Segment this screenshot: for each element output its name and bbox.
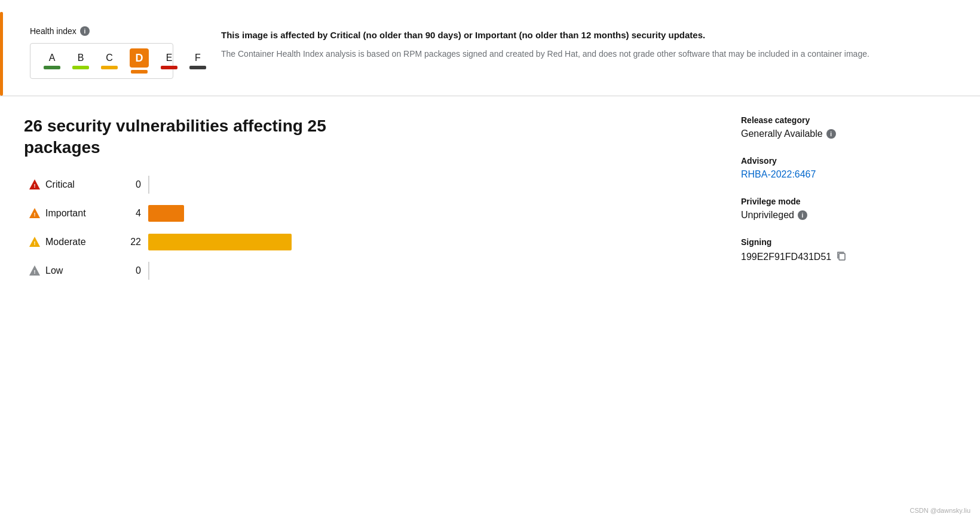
moderate-bar-track (148, 233, 705, 251)
health-description: The Container Health Index analysis is b… (221, 47, 956, 60)
low-icon: ! (24, 264, 45, 277)
low-count: 0 (117, 265, 141, 276)
vuln-title: 26 security vulnerabilities affecting 25… (24, 115, 335, 159)
advisory-label: Advisory (741, 156, 956, 166)
orange-accent-bar (0, 12, 3, 96)
critical-divider (148, 176, 149, 194)
grade-c: C (95, 53, 124, 69)
low-divider (148, 262, 149, 280)
grade-f: F (183, 53, 212, 69)
health-title: This image is affected by Critical (no o… (221, 29, 956, 42)
privilege-mode-text: Unprivileged (741, 210, 794, 221)
health-description-panel: This image is affected by Critical (no o… (221, 26, 956, 60)
svg-text:!: ! (34, 183, 36, 189)
health-section-wrapper: Health index i A B C (0, 12, 980, 96)
critical-icon: ! (24, 178, 45, 191)
important-icon: ! (24, 207, 45, 220)
critical-label: Critical (45, 179, 117, 190)
moderate-icon: ! (24, 235, 45, 249)
release-category-label: Release category (741, 115, 956, 125)
grade-a-letter: A (49, 53, 56, 63)
privilege-mode-value: Unprivileged i (741, 210, 956, 221)
vuln-row-critical: ! Critical 0 (24, 176, 705, 194)
critical-bar-track (148, 176, 705, 194)
privilege-mode-section: Privilege mode Unprivileged i (741, 197, 956, 221)
grade-e-letter: E (166, 53, 173, 63)
health-index-info-icon[interactable]: i (80, 26, 90, 36)
important-label: Important (45, 208, 117, 219)
grade-c-letter: C (106, 53, 113, 63)
svg-text:!: ! (34, 212, 36, 218)
low-label: Low (45, 265, 117, 276)
grade-b-bar (72, 66, 89, 69)
page-container: Health index i A B C (0, 0, 980, 520)
svg-text:!: ! (34, 269, 36, 275)
low-bar-track (148, 262, 705, 280)
release-category-section: Release category Generally Available i (741, 115, 956, 139)
health-section: Health index i A B C (0, 12, 980, 96)
moderate-bar (148, 234, 292, 250)
grade-container: A B C D (30, 43, 173, 79)
important-bar-track (148, 204, 705, 222)
main-content: 26 security vulnerabilities affecting 25… (0, 96, 980, 299)
grade-c-bar (101, 66, 118, 69)
moderate-label: Moderate (45, 237, 117, 247)
important-bar (148, 205, 184, 222)
advisory-section: Advisory RHBA-2022:6467 (741, 156, 956, 180)
vulnerabilities-section: 26 security vulnerabilities affecting 25… (24, 115, 705, 280)
grade-a-bar (44, 66, 60, 69)
signing-value: 199E2F91FD431D51 (741, 250, 956, 264)
grade-d-letter: D (130, 48, 149, 68)
health-index-widget: Health index i A B C (30, 26, 197, 79)
advisory-link[interactable]: RHBA-2022:6467 (741, 169, 956, 180)
grade-e-bar (161, 66, 177, 69)
grade-b-letter: B (78, 53, 84, 63)
vuln-row-low: ! Low 0 (24, 262, 705, 280)
privilege-mode-info-icon[interactable]: i (798, 210, 807, 220)
grade-d: D (124, 48, 155, 74)
grade-d-bar (131, 70, 148, 74)
svg-rect-4 (839, 253, 845, 260)
svg-text:!: ! (34, 240, 36, 246)
signing-label: Signing (741, 237, 956, 247)
release-category-info-icon[interactable]: i (826, 129, 836, 139)
grade-f-bar (189, 66, 206, 69)
grade-f-letter: F (195, 53, 201, 63)
moderate-count: 22 (117, 237, 141, 247)
privilege-mode-label: Privilege mode (741, 197, 956, 206)
grade-b: B (66, 53, 95, 69)
copy-icon[interactable] (836, 250, 847, 264)
watermark: CSDN @dawnsky.liu (910, 507, 970, 514)
health-index-text: Health index (30, 26, 76, 36)
right-panel: Release category Generally Available i A… (741, 115, 956, 280)
release-category-value: Generally Available i (741, 129, 956, 139)
vuln-row-important: ! Important 4 (24, 204, 705, 222)
vuln-list: ! Critical 0 ! (24, 176, 705, 280)
health-index-label: Health index i (30, 26, 197, 36)
grade-e: E (155, 53, 183, 69)
important-count: 4 (117, 208, 141, 219)
signing-section: Signing 199E2F91FD431D51 (741, 237, 956, 264)
vuln-row-moderate: ! Moderate 22 (24, 233, 705, 251)
critical-count: 0 (117, 179, 141, 190)
grade-a: A (38, 53, 66, 69)
release-category-text: Generally Available (741, 129, 823, 139)
signing-hash: 199E2F91FD431D51 (741, 252, 831, 262)
